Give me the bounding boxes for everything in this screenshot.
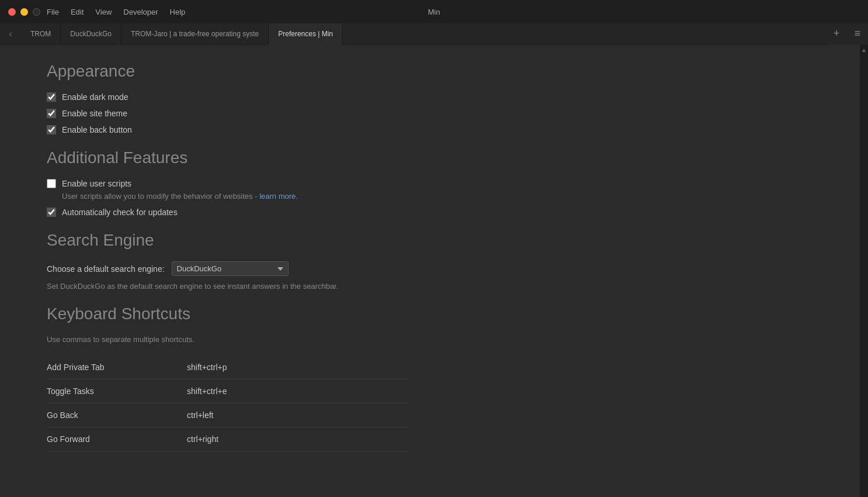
enable-back-button-row: Enable back button [47,125,821,134]
tabbar: ‹ TROM DuckDuckGo TROM-Jaro | a trade-fr… [0,23,868,44]
window-controls [0,8,40,16]
shortcut-table: Add Private Tab shift+ctrl+p Toggle Task… [47,356,409,451]
enable-back-button-checkbox[interactable] [47,125,56,134]
menu-file[interactable]: File [47,8,59,16]
keyboard-shortcuts-section: Keyboard Shortcuts Use commas to separat… [47,305,821,451]
user-scripts-desc-end: . [296,192,298,201]
menu-icon: ≡ [855,27,861,40]
enable-back-button-label[interactable]: Enable back button [62,125,132,134]
additional-features-heading: Additional Features [47,149,821,167]
user-scripts-description: User scripts allow you to modify the beh… [62,192,821,201]
search-engine-description: Set DuckDuckGo as the default search eng… [47,282,821,291]
scrollbar-up-arrow[interactable]: ▲ [860,46,868,54]
enable-site-theme-checkbox[interactable] [47,109,56,118]
menu-view[interactable]: View [95,8,112,16]
tab-preferences[interactable]: Preferences | Min [269,23,343,44]
main-layout: Appearance Enable dark mode Enable site … [0,44,868,497]
auto-check-updates-checkbox[interactable] [47,208,56,217]
tab-duckduckgo[interactable]: DuckDuckGo [61,23,121,44]
shortcut-name-go-back: Go Back [47,403,187,427]
auto-check-updates-row: Automatically check for updates [47,208,821,217]
tab-back-button[interactable]: ‹ [0,23,21,44]
shortcut-name-go-forward: Go Forward [47,427,187,451]
enable-dark-mode-row: Enable dark mode [47,92,821,102]
enable-dark-mode-checkbox[interactable] [47,92,56,102]
menu-help[interactable]: Help [170,8,186,16]
enable-dark-mode-label[interactable]: Enable dark mode [62,92,129,102]
shortcut-value-go-forward: ctrl+right [187,427,409,451]
keyboard-shortcuts-heading: Keyboard Shortcuts [47,305,821,323]
tab-preferences-label: Preferences | Min [278,30,333,38]
tab-tromjaro-label: TROM-Jaro | a trade-free operating syste [131,30,259,38]
menu-button[interactable]: ≡ [847,23,868,44]
search-engine-select[interactable]: DuckDuckGo Google Bing Yahoo Ecosia [172,261,289,276]
shortcut-name-toggle-tasks: Toggle Tasks [47,379,187,403]
search-engine-row: Choose a default search engine: DuckDuck… [47,261,821,276]
tab-tromjaro[interactable]: TROM-Jaro | a trade-free operating syste [121,23,269,44]
tab-trom[interactable]: TROM [21,23,61,44]
shortcut-name-add-private-tab: Add Private Tab [47,356,187,379]
back-icon: ‹ [9,29,12,39]
tab-duckduckgo-label: DuckDuckGo [70,30,112,38]
menu-developer[interactable]: Developer [123,8,158,16]
maximize-button[interactable] [33,8,40,16]
add-tab-button[interactable]: + [826,23,847,44]
menu-edit[interactable]: Edit [71,8,84,16]
enable-site-theme-label[interactable]: Enable site theme [62,109,127,118]
shortcuts-description: Use commas to separate multiple shortcut… [47,335,821,344]
add-tab-icon: + [834,27,840,40]
shortcut-value-add-private-tab: shift+ctrl+p [187,356,409,379]
shortcut-toggle-tasks: Toggle Tasks shift+ctrl+e [47,379,409,403]
shortcut-value-toggle-tasks: shift+ctrl+e [187,379,409,403]
enable-site-theme-row: Enable site theme [47,109,821,118]
shortcut-go-back: Go Back ctrl+left [47,403,409,427]
minimize-button[interactable] [20,8,28,16]
auto-check-updates-label[interactable]: Automatically check for updates [62,208,178,217]
search-engine-section: Search Engine Choose a default search en… [47,231,821,291]
learn-more-link[interactable]: learn more [259,192,296,201]
enable-user-scripts-checkbox[interactable] [47,179,56,188]
tab-actions: + ≡ [826,23,868,44]
titlebar-title: Min [428,8,440,16]
shortcut-go-forward: Go Forward ctrl+right [47,427,409,451]
shortcut-value-go-back: ctrl+left [187,403,409,427]
tab-trom-label: TROM [30,30,51,38]
search-engine-heading: Search Engine [47,231,821,250]
scrollbar[interactable]: ▲ [860,44,868,497]
appearance-heading: Appearance [47,62,821,81]
enable-user-scripts-label[interactable]: Enable user scripts [62,179,131,188]
appearance-section: Appearance Enable dark mode Enable site … [47,62,821,134]
shortcut-add-private-tab: Add Private Tab shift+ctrl+p [47,356,409,379]
close-button[interactable] [8,8,16,16]
enable-user-scripts-row: Enable user scripts [47,179,821,188]
user-scripts-desc-text: User scripts allow you to modify the beh… [62,192,259,201]
additional-features-section: Additional Features Enable user scripts … [47,149,821,217]
content-area: Appearance Enable dark mode Enable site … [0,44,868,497]
search-engine-label: Choose a default search engine: [47,264,165,274]
